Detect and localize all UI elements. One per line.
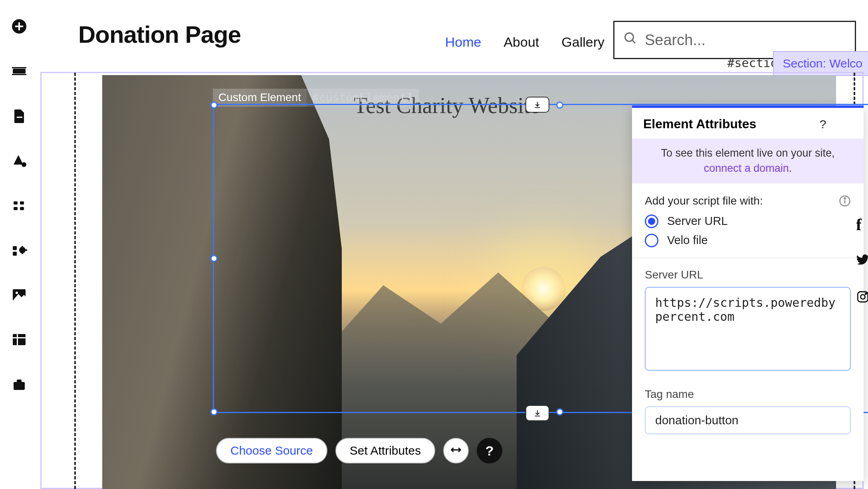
svg-rect-11 [20, 207, 24, 210]
media-icon[interactable] [10, 285, 29, 304]
help-icon: ? [486, 443, 494, 459]
radio-on-icon [645, 215, 658, 228]
panel-header: Element Attributes ? [632, 108, 864, 139]
server-url-label: Server URL [645, 268, 851, 281]
selection-type: Custom Element [213, 89, 307, 107]
pages-icon[interactable] [10, 106, 29, 125]
theme-icon[interactable] [10, 151, 29, 170]
svg-rect-2 [15, 26, 23, 27]
connect-domain-link[interactable]: connect a domain [704, 162, 789, 174]
hero-mountain-left [102, 75, 342, 489]
selection-label[interactable]: Custom Element #customElement1 [213, 89, 419, 107]
svg-rect-15 [22, 246, 23, 248]
radio-server-url[interactable]: Server URL [645, 215, 851, 228]
radio-server-label: Server URL [667, 215, 728, 228]
radio-velo-file[interactable]: Velo file [645, 234, 851, 247]
site-nav: Home About Gallery [445, 34, 604, 50]
stretch-button[interactable] [443, 438, 469, 463]
svg-point-34 [865, 293, 866, 294]
svg-point-19 [16, 292, 18, 294]
svg-point-7 [22, 162, 26, 167]
choose-source-button[interactable]: Choose Source [216, 438, 327, 463]
cms-icon[interactable] [10, 330, 29, 349]
attach-top-handle[interactable] [525, 97, 549, 113]
panel-title: Element Attributes [643, 117, 808, 131]
svg-rect-3 [13, 69, 26, 74]
nav-home[interactable]: Home [445, 34, 482, 50]
editor-stage: Donation Page Home About Gallery Search.… [38, 0, 868, 489]
instagram-icon[interactable] [856, 288, 868, 308]
plugins-icon[interactable] [10, 241, 29, 260]
svg-point-14 [19, 247, 26, 253]
site-header: Donation Page Home About Gallery Search.… [78, 14, 860, 54]
search-icon [623, 31, 638, 49]
banner-text-pre: To see this element live on your site, [661, 147, 834, 159]
svg-rect-5 [12, 74, 26, 75]
svg-rect-9 [20, 201, 24, 205]
set-attributes-button[interactable]: Set Attributes [335, 438, 435, 463]
svg-rect-17 [26, 249, 27, 251]
stretch-icon [450, 444, 462, 457]
server-url-input[interactable]: https://scripts.poweredbypercent.com [645, 287, 851, 371]
social-rail: f [856, 215, 868, 308]
svg-point-25 [625, 33, 634, 41]
script-source-label: Add your script file with: [645, 195, 763, 207]
add-element-button[interactable] [10, 17, 29, 36]
banner-text-post: . [789, 162, 792, 174]
help-icon: ? [820, 117, 826, 131]
panel-body: Add your script file with: Server URL Ve… [632, 183, 864, 445]
svg-rect-4 [12, 67, 26, 68]
svg-rect-8 [14, 201, 18, 205]
svg-rect-10 [14, 207, 18, 210]
site-title: Donation Page [78, 21, 241, 48]
radio-off-icon [645, 234, 658, 247]
panel-help-button[interactable]: ? [816, 117, 830, 131]
nav-about[interactable]: About [503, 34, 539, 50]
help-button[interactable]: ? [477, 438, 502, 463]
svg-rect-24 [17, 380, 22, 383]
svg-rect-13 [13, 252, 17, 256]
svg-rect-22 [17, 334, 18, 345]
svg-point-33 [860, 294, 865, 299]
panel-close-button[interactable] [838, 117, 852, 131]
info-icon[interactable] [839, 195, 851, 207]
svg-rect-6 [17, 117, 22, 118]
svg-rect-21 [13, 337, 26, 338]
apps-icon[interactable] [10, 196, 29, 215]
editor-left-toolbar [0, 0, 38, 489]
page-guide-left [74, 73, 76, 489]
attach-bottom-handle[interactable] [525, 405, 549, 421]
svg-rect-12 [13, 246, 17, 250]
radio-velo-label: Velo file [667, 234, 708, 247]
panel-separator [632, 258, 864, 258]
selection-action-bar: Choose Source Set Attributes ? [216, 438, 502, 463]
selection-id: #customElement1 [307, 89, 419, 107]
svg-rect-20 [13, 334, 26, 345]
panel-connect-domain-banner: To see this element live on your site, c… [632, 139, 864, 183]
facebook-icon[interactable]: f [856, 215, 868, 234]
svg-line-26 [632, 40, 636, 43]
search-placeholder: Search... [645, 32, 705, 49]
element-attributes-panel: Element Attributes ? To see this element… [632, 105, 864, 481]
business-icon[interactable] [10, 375, 29, 394]
svg-point-31 [844, 198, 846, 199]
tag-name-input[interactable] [645, 406, 851, 434]
nav-gallery[interactable]: Gallery [561, 34, 604, 50]
tag-name-label: Tag name [645, 388, 851, 401]
svg-rect-16 [22, 252, 23, 254]
twitter-icon[interactable] [856, 252, 868, 271]
svg-rect-23 [14, 382, 25, 390]
sections-icon[interactable] [10, 62, 29, 81]
section-breadcrumb-badge[interactable]: Section: Welco [773, 51, 868, 76]
